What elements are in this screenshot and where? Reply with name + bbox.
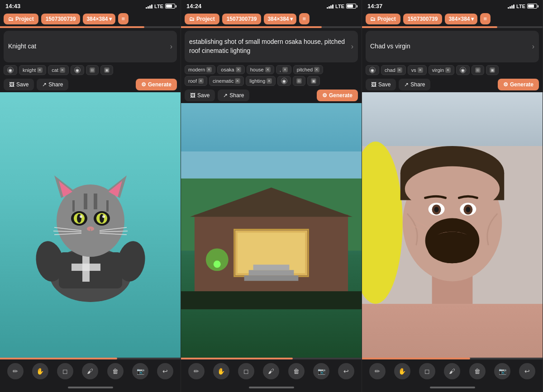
undo-tool-3[interactable]: ↩	[519, 363, 535, 379]
svg-point-6	[57, 184, 124, 257]
eye-icon-2: ◉	[74, 67, 81, 73]
generate-button-2[interactable]: ⚙ Generate	[317, 90, 358, 101]
hand-tool-3[interactable]: ✋	[394, 363, 410, 379]
tag-osaka[interactable]: osaka ✕	[217, 65, 244, 74]
brush-tool-1[interactable]: 🖌	[82, 363, 98, 379]
tag-grid-1[interactable]: ⊞	[86, 65, 99, 75]
prompt-area-2[interactable]: establishing shot of small modern osaka …	[185, 31, 358, 62]
tag-house[interactable]: house ✕	[247, 65, 274, 74]
tag-eye-2[interactable]: ◉	[71, 65, 84, 75]
save-icon-2: 🖼	[190, 92, 195, 99]
tag-label-chad: chad	[385, 67, 395, 73]
share-label-2: Share	[229, 92, 244, 99]
hand-tool-2[interactable]: ✋	[213, 363, 229, 379]
seed-button-3[interactable]: 1507300739	[403, 14, 443, 24]
progress-bar-3	[362, 26, 543, 28]
generate-button-3[interactable]: ⚙ Generate	[498, 79, 539, 90]
hand-tool-1[interactable]: ✋	[32, 363, 48, 379]
camera-tool-1[interactable]: 📷	[132, 363, 148, 379]
svg-point-42	[214, 260, 221, 268]
trash-tool-2[interactable]: 🗑	[288, 363, 305, 379]
seed-button-1[interactable]: 1507300739	[41, 14, 81, 24]
settings-button-2[interactable]: ≡	[299, 13, 310, 24]
tag-comma[interactable]: , ✕	[276, 65, 291, 74]
generate-button-1[interactable]: ⚙ Generate	[136, 79, 177, 90]
tag-eye-1[interactable]: ◉	[4, 65, 17, 75]
share-button-1[interactable]: ↗ Share	[37, 79, 68, 90]
project-button-2[interactable]: 🗂 Project	[185, 14, 219, 24]
svg-point-19	[77, 214, 81, 223]
tag-grid-2[interactable]: ⊞	[293, 76, 305, 86]
size-button-2[interactable]: 384×384 ▾	[264, 14, 296, 24]
tag-label-house: house	[250, 67, 264, 72]
undo-tool-1[interactable]: ↩	[157, 363, 173, 379]
tag-cat[interactable]: cat ✕	[48, 65, 69, 75]
eye-icon-3b: ◉	[460, 67, 466, 73]
wand-tool-2[interactable]: ✏	[188, 363, 205, 379]
save-label-3: Save	[378, 81, 391, 88]
size-button-1[interactable]: 384×384 ▾	[83, 14, 115, 24]
tag-knight[interactable]: knight ✕	[19, 65, 46, 75]
share-button-2[interactable]: ↗ Share	[218, 90, 249, 101]
tag-eye-3b[interactable]: ◉	[456, 65, 470, 75]
camera-tool-2[interactable]: 📷	[313, 363, 329, 379]
share-button-3[interactable]: ↗ Share	[399, 79, 430, 90]
project-button-3[interactable]: 🗂 Project	[366, 14, 400, 24]
tags-row-2a: modern ✕ osaka ✕ house ✕ , ✕ pitched ✕	[181, 65, 362, 74]
save-button-2[interactable]: 🖼 Save	[185, 90, 215, 101]
generate-icon-1: ⚙	[141, 81, 146, 88]
status-time-2: 14:24	[186, 3, 201, 9]
share-icon-2: ↗	[223, 92, 228, 99]
svg-point-55	[434, 207, 439, 213]
tag-eye-3[interactable]: ◉	[366, 65, 379, 75]
eraser-tool-1[interactable]: ◻	[57, 363, 73, 379]
wand-tool-3[interactable]: ✏	[369, 363, 386, 379]
camera-tool-3[interactable]: 📷	[494, 363, 510, 379]
tag-chad[interactable]: chad ✕	[381, 65, 406, 75]
wand-tool-1[interactable]: ✏	[7, 363, 24, 379]
eye-icon-2b: ◉	[281, 78, 287, 84]
image-area-2	[181, 103, 362, 358]
size-button-3[interactable]: 384×384 ▾	[445, 14, 477, 24]
tag-pitched[interactable]: pitched ✕	[293, 65, 323, 74]
prompt-text-2: establishing shot of small modern osaka …	[189, 38, 348, 55]
tag-roof[interactable]: roof ✕	[185, 76, 207, 86]
tag-grid-3[interactable]: ⊞	[472, 65, 484, 75]
trash-tool-1[interactable]: 🗑	[107, 363, 124, 379]
project-label-3: Project	[377, 16, 396, 22]
prompt-area-3[interactable]: Chad vs virgin ›	[366, 31, 539, 62]
save-button-3[interactable]: 🖼 Save	[366, 79, 396, 90]
project-label-2: Project	[196, 16, 215, 22]
grid-icon-1: ⊞	[90, 67, 95, 73]
prompt-area-1[interactable]: Knight cat ›	[4, 31, 177, 62]
tag-cinematic[interactable]: cinematic ✕	[209, 76, 244, 86]
settings-button-1[interactable]: ≡	[118, 13, 129, 24]
tag-vs[interactable]: vs ✕	[408, 65, 427, 75]
generate-label-3: Generate	[510, 81, 533, 88]
tag-img-2[interactable]: ▣	[307, 76, 320, 86]
knight-cat-image	[0, 92, 181, 358]
tag-img-3[interactable]: ▣	[486, 65, 499, 75]
tag-x-house: ✕	[265, 67, 271, 72]
tag-modern[interactable]: modern ✕	[185, 65, 215, 74]
trash-tool-3[interactable]: 🗑	[469, 363, 486, 379]
tag-img-1[interactable]: ▣	[100, 65, 113, 75]
tag-virgin[interactable]: virgin ✕	[429, 65, 454, 75]
project-button-1[interactable]: 🗂 Project	[4, 14, 38, 24]
save-button-1[interactable]: 🖼 Save	[4, 79, 34, 90]
undo-tool-2[interactable]: ↩	[338, 363, 354, 379]
project-icon-2: 🗂	[189, 16, 195, 22]
eraser-tool-3[interactable]: ◻	[419, 363, 435, 379]
brush-tool-2[interactable]: 🖌	[263, 363, 279, 379]
tag-eye-2b[interactable]: ◉	[277, 76, 291, 86]
share-icon-1: ↗	[42, 81, 47, 88]
seed-button-2[interactable]: 1507300739	[222, 14, 262, 24]
brush-tool-3[interactable]: 🖌	[444, 363, 460, 379]
tag-x-virgin: ✕	[445, 67, 451, 73]
tag-lighting[interactable]: lighting ✕	[246, 76, 276, 86]
svg-point-62	[428, 231, 477, 263]
settings-button-3[interactable]: ≡	[480, 13, 491, 24]
house-image	[181, 103, 362, 358]
action-row-3: 🖼 Save ↗ Share ⚙ Generate	[362, 77, 543, 92]
eraser-tool-2[interactable]: ◻	[238, 363, 254, 379]
